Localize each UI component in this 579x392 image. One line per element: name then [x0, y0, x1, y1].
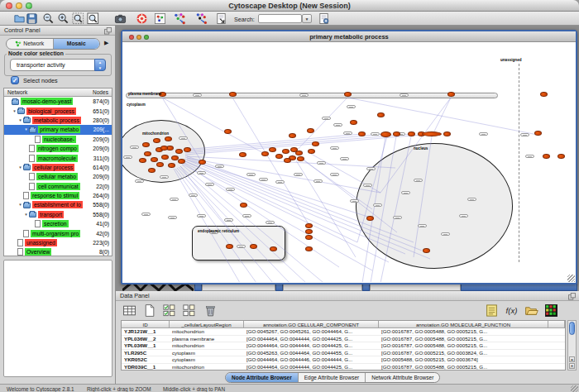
expand-arrow-icon[interactable]: ▼: [12, 109, 17, 113]
network-node[interactable]: [269, 147, 276, 152]
tree-row-response-to-stimul[interactable]: response to stimul264(0): [4, 191, 112, 200]
table-row[interactable]: YPL036W__1mitochondrion[GO:0044464, GO:0…: [122, 342, 565, 350]
tree-row-macromolecule[interactable]: macromolecule311(0): [4, 153, 112, 162]
column-header[interactable]: _cellularLayoutRegion: [170, 321, 244, 328]
new-attribute-icon[interactable]: [142, 304, 156, 318]
tree-row-transport[interactable]: ▼transport558(0): [4, 210, 112, 219]
configure-search-icon[interactable]: [318, 12, 330, 25]
network-node[interactable]: [229, 92, 237, 97]
network-node[interactable]: [543, 154, 550, 159]
network-node[interactable]: [312, 141, 319, 146]
network-node[interactable]: [366, 216, 374, 221]
apply-layout-icon[interactable]: [174, 12, 186, 25]
column-header[interactable]: ID: [122, 321, 170, 328]
network-node[interactable]: [534, 131, 542, 136]
tree-row-cell-communicat[interactable]: cell communicat22(0): [4, 182, 112, 191]
tree-row-secretion[interactable]: secretion41(0): [4, 219, 112, 228]
column-header[interactable]: annotation.GO MOLECULAR_FUNCTION: [379, 321, 548, 328]
zoom-selected-region-icon[interactable]: [72, 12, 84, 25]
network-node[interactable]: [226, 244, 233, 249]
network-node[interactable]: [284, 158, 291, 163]
expand-arrow-icon[interactable]: ▼: [23, 127, 29, 131]
network-node[interactable]: [305, 229, 313, 234]
network-node[interactable]: [161, 155, 169, 160]
select-attributes-icon[interactable]: [162, 304, 176, 318]
zoom-in-icon[interactable]: [57, 12, 69, 25]
table-row[interactable]: YDR039C__1mitochondrion[GO:0044464, GO:0…: [122, 364, 565, 370]
network-node[interactable]: [305, 223, 313, 228]
tree-row-establishment-of-lo[interactable]: ▼establishment of lo558(0): [4, 200, 112, 209]
tree-row-unassigned[interactable]: unassigned223(0): [4, 238, 112, 247]
table-scrollbar[interactable]: ▲ ▼: [567, 320, 577, 370]
tree-row-nitrogen-compo[interactable]: nitrogen compo209(0): [4, 144, 112, 153]
tab-overflow-arrow[interactable]: ▶: [104, 40, 108, 46]
network-window-resize-grip[interactable]: [567, 275, 575, 282]
network-view-window[interactable]: primary metabolic process plasma membran…: [121, 30, 577, 284]
network-node[interactable]: [199, 160, 206, 165]
window-titlebar[interactable]: Cytoscape Desktop (New Session): [0, 0, 579, 12]
apply-hierarchic-layout-icon[interactable]: [195, 12, 208, 25]
node-color-combo[interactable]: transporter activity ▲▼: [10, 59, 106, 71]
network-node[interactable]: [153, 138, 160, 143]
network-node[interactable]: [282, 149, 290, 154]
network-node[interactable]: [443, 131, 451, 136]
network-node[interactable]: [224, 129, 232, 134]
tree-row-cellular-metabo[interactable]: cellular metabo209(0): [4, 172, 112, 181]
network-node[interactable]: [422, 131, 442, 136]
float-panel-icon[interactable]: [568, 293, 576, 300]
network-node[interactable]: [377, 112, 385, 117]
network-node[interactable]: [160, 146, 168, 151]
network-node[interactable]: [165, 136, 172, 141]
network-node[interactable]: [423, 248, 430, 253]
select-nodes-checkbox[interactable]: ✓: [11, 76, 19, 84]
export-image-snapshot-icon[interactable]: [114, 12, 127, 25]
network-node[interactable]: [350, 120, 357, 125]
zoom-fit-content-icon[interactable]: [87, 12, 99, 25]
network-node[interactable]: [142, 142, 150, 147]
scroll-up-button[interactable]: ▲: [569, 356, 575, 362]
network-node[interactable]: [557, 154, 565, 159]
network-node[interactable]: [540, 92, 548, 97]
network-canvas[interactable]: plasma membranecytoplasmmitochondrionnuc…: [122, 42, 576, 283]
network-node[interactable]: [447, 92, 455, 97]
expand-arrow-icon[interactable]: ▼: [23, 213, 29, 217]
network-node[interactable]: [261, 151, 269, 156]
tree-row-mosaic-demo-yeast[interactable]: mosaic-demo-yeast874(0): [4, 97, 112, 106]
save-session-icon[interactable]: [26, 12, 38, 25]
tree-row-cellular-process[interactable]: ▼cellular process614(0): [4, 163, 112, 172]
network-node[interactable]: [178, 159, 185, 164]
table-row[interactable]: YLR295Ccytoplasm[GO:0045263, GO:0044464,…: [122, 350, 565, 357]
network-node[interactable]: [184, 147, 191, 152]
network-node[interactable]: [175, 149, 183, 154]
network-window-titlebar[interactable]: primary metabolic process: [122, 31, 576, 42]
network-node[interactable]: [393, 131, 400, 136]
combo-stepper-icon[interactable]: ▲▼: [94, 59, 106, 71]
network-node[interactable]: [171, 155, 179, 160]
tab-edge-attribute-browser[interactable]: Edge Attribute Browser: [299, 373, 366, 382]
import-attributes-icon[interactable]: [524, 304, 538, 318]
table-row[interactable]: YPL036W__2plasma membrane[GO:0044464, GO…: [122, 336, 565, 343]
tree-row-primary-metabo[interactable]: ▼primary metabo209(...: [4, 125, 112, 134]
tab-network[interactable]: Network: [7, 39, 54, 49]
unselect-attributes-icon[interactable]: [182, 304, 196, 318]
network-node[interactable]: [307, 128, 314, 133]
network-node[interactable]: [289, 133, 296, 138]
float-panel-icon[interactable]: [104, 27, 112, 35]
birds-eye-view[interactable]: [3, 260, 112, 377]
attribute-table[interactable]: ID_cellularLayoutRegionannotation.GO CEL…: [121, 320, 566, 370]
network-node[interactable]: [270, 246, 277, 251]
network-node[interactable]: [358, 131, 366, 136]
annotation-tool-icon[interactable]: [215, 12, 227, 25]
attribute-matrix-icon[interactable]: [544, 304, 558, 318]
column-header[interactable]: annotation.GO CELLULAR_COMPONENT: [244, 321, 379, 328]
tree-row-biological-process[interactable]: ▼biological_process651(0): [4, 106, 112, 115]
network-node[interactable]: [250, 244, 257, 249]
network-node[interactable]: [168, 163, 175, 168]
tree-row-overview[interactable]: Overview8(0): [4, 247, 112, 256]
table-row[interactable]: YKR052Ccytoplasm[GO:0044464, GO:0044446,…: [122, 356, 565, 364]
tree-row-multi-organism-pro[interactable]: multi-organism pro42(0): [4, 228, 112, 237]
network-node[interactable]: [290, 147, 298, 152]
network-node[interactable]: [144, 151, 151, 156]
window-resize-grip[interactable]: [571, 385, 578, 392]
tree-row-nucleobase-[interactable]: nucleobase-209(0): [4, 135, 112, 144]
